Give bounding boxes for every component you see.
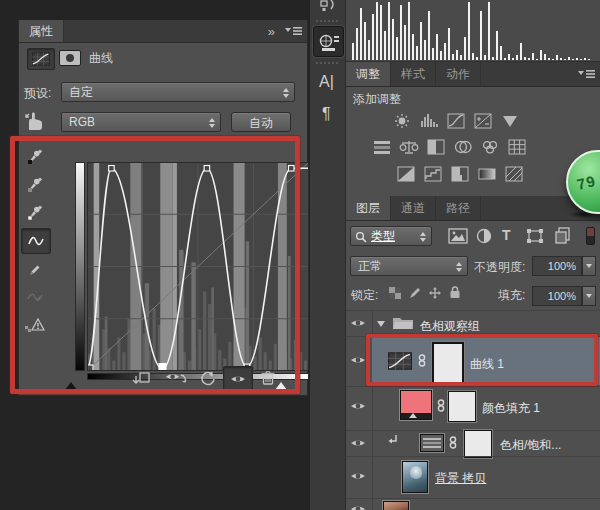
counter-badge-text: 79 [575, 172, 597, 193]
threshold-icon[interactable] [448, 165, 472, 183]
selective-color-icon[interactable] [502, 165, 526, 183]
filter-image-layers-icon[interactable] [448, 228, 468, 244]
collapse-panel-icon[interactable]: » [263, 20, 280, 42]
tab-properties[interactable]: 属性 [19, 20, 64, 42]
adjustments-tabbar: 调整 样式 动作 [346, 62, 600, 87]
layer-visibility-eye-icon[interactable] [350, 503, 366, 510]
opacity-dropdown-arrow[interactable] [582, 256, 596, 276]
channel-dropdown[interactable]: RGB [61, 112, 221, 132]
dock-gripper[interactable] [316, 62, 340, 64]
targeted-adjustment-icon[interactable] [23, 110, 47, 134]
reset-adjustment-icon[interactable] [199, 370, 217, 388]
posterize-icon[interactable] [421, 165, 445, 183]
layer-visibility-eye-icon[interactable] [350, 354, 366, 366]
vibrance-icon[interactable] [498, 112, 522, 130]
photo-filter-icon[interactable] [451, 138, 475, 156]
color-lookup-icon[interactable] [505, 138, 529, 156]
tab-paths[interactable]: 路径 [436, 196, 481, 220]
filter-smart-object-icon[interactable] [554, 227, 572, 244]
pencil-curve-tool-icon[interactable] [21, 258, 49, 282]
curves-graph[interactable] [87, 162, 309, 371]
black-input-slider[interactable] [65, 382, 77, 390]
fill-label: 填充: [498, 288, 525, 302]
blend-mode-dropdown[interactable]: 正常 [350, 256, 468, 276]
search-icon [355, 231, 367, 243]
hue-saturation-icon[interactable] [370, 138, 394, 156]
layer-name-group[interactable]: 色相观察组 [420, 318, 480, 335]
image-layer-thumbnail-partial[interactable] [383, 501, 409, 510]
mask-link-chain-icon[interactable] [437, 399, 445, 412]
tab-layers[interactable]: 图层 [346, 196, 391, 220]
delete-adjustment-icon[interactable] [259, 369, 277, 387]
view-previous-state-icon[interactable] [165, 371, 189, 387]
exposure-icon[interactable] [471, 112, 495, 130]
row-divider [346, 456, 600, 457]
layer-visibility-eye-icon[interactable] [350, 317, 366, 329]
fill-color-thumbnail[interactable] [400, 390, 432, 420]
group-expand-icon[interactable] [377, 321, 385, 327]
dock-gripper[interactable] [316, 20, 340, 22]
channel-mixer-icon[interactable] [478, 138, 502, 156]
panel-menu-icon[interactable] [280, 20, 307, 42]
clipping-warning-icon[interactable] [21, 312, 49, 336]
add-adjustment-label: 添加调整 [353, 92, 401, 106]
filter-type-dropdown[interactable]: 类型 [350, 226, 432, 246]
opacity-value[interactable]: 100% [532, 256, 582, 276]
layer-name-fill[interactable]: 颜色填充 1 [482, 400, 540, 417]
black-white-icon[interactable] [424, 138, 448, 156]
preset-dropdown[interactable]: 自定 [61, 82, 295, 102]
lock-transparency-icon[interactable] [388, 286, 402, 300]
tab-channels[interactable]: 通道 [391, 196, 436, 220]
lock-pixels-brush-icon[interactable] [408, 286, 422, 300]
invert-icon[interactable] [394, 165, 418, 183]
character-panel-icon[interactable]: A| [319, 74, 334, 89]
auto-button[interactable]: 自动 [231, 112, 291, 132]
tab-adjustments[interactable]: 调整 [346, 62, 391, 86]
properties-tabbar: 属性 » [19, 20, 307, 43]
paragraph-panel-icon[interactable]: ¶ [322, 106, 331, 121]
layer-mask-thumbnail[interactable] [448, 391, 476, 422]
image-layer-thumbnail[interactable] [402, 461, 428, 493]
filter-on-off-toggle[interactable] [586, 227, 595, 245]
color-balance-icon[interactable] [397, 138, 421, 156]
curves-layer-thumbnail[interactable] [388, 352, 412, 370]
fill-value[interactable]: 100% [532, 286, 582, 306]
black-point-eyedropper-icon[interactable] [21, 144, 49, 168]
layer-visibility-eye-icon[interactable] [350, 400, 366, 412]
white-point-eyedropper-icon[interactable] [21, 200, 49, 224]
gray-point-eyedropper-icon[interactable] [21, 172, 49, 196]
clip-to-layer-icon[interactable] [131, 370, 153, 388]
layer-name-curves[interactable]: 曲线 1 [470, 356, 504, 373]
mask-link-chain-icon[interactable] [418, 354, 426, 367]
dock-panel-icon-partial[interactable] [318, 0, 338, 14]
histogram-panel [346, 0, 600, 62]
adjustments-panel: 调整 样式 动作 添加调整 [346, 62, 600, 196]
levels-icon[interactable] [417, 112, 441, 130]
panel-resize-grip[interactable]: ∴ [293, 376, 300, 386]
layer-name-background-copy[interactable]: 背景 拷贝 [435, 470, 486, 487]
tab-styles[interactable]: 样式 [391, 62, 436, 86]
fill-dropdown-arrow[interactable] [582, 286, 596, 306]
layer-mask-thumbnail[interactable] [464, 430, 492, 458]
layer-visibility-eye-icon[interactable] [350, 437, 366, 449]
lock-position-icon[interactable] [428, 286, 442, 300]
adjustment-layer-thumbnail[interactable] [420, 434, 444, 452]
brightness-contrast-icon[interactable] [390, 112, 414, 130]
mask-link-chain-icon[interactable] [449, 436, 457, 449]
layer-visibility-eye-icon[interactable] [350, 470, 366, 482]
filter-adjustment-layers-icon[interactable] [476, 228, 492, 244]
layer-name-hue-saturation[interactable]: 色相/饱和... [500, 437, 561, 454]
panel-menu-icon[interactable] [573, 62, 600, 86]
filter-shape-layers-icon[interactable] [526, 228, 544, 244]
gradient-map-icon[interactable] [475, 165, 499, 183]
filter-type-layers-icon[interactable]: T [502, 227, 511, 243]
tab-actions[interactable]: 动作 [436, 62, 481, 86]
layer-mask-thumbnail[interactable] [432, 342, 464, 384]
layer-visibility-toggle[interactable] [223, 366, 253, 392]
layer-mask-icon[interactable] [59, 50, 81, 66]
curves-icon[interactable] [444, 112, 468, 130]
edit-points-curve-tool-icon[interactable] [21, 228, 51, 254]
smooth-curve-icon[interactable] [21, 284, 49, 308]
dock-panel-icon-active[interactable] [313, 26, 344, 57]
lock-all-icon[interactable] [448, 285, 462, 300]
